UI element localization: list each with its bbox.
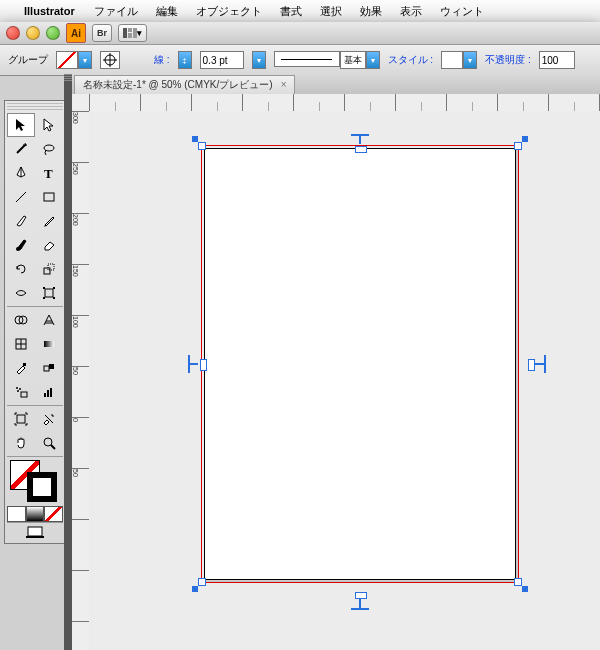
document-tab[interactable]: 名称未設定-1* @ 50% (CMYK/プレビュー) × xyxy=(74,75,295,94)
canvas[interactable] xyxy=(89,111,600,650)
slice-tool[interactable] xyxy=(35,407,63,431)
stroke-weight-dropdown[interactable]: ▾ xyxy=(252,51,266,69)
symbol-sprayer-tool[interactable] xyxy=(7,380,35,404)
direct-selection-tool[interactable] xyxy=(35,113,63,137)
graphic-style-dropdown[interactable]: ▾ xyxy=(463,51,477,69)
selection-type-label: グループ xyxy=(8,53,48,67)
magic-wand-tool[interactable] xyxy=(7,137,35,161)
width-tool[interactable] xyxy=(7,281,35,305)
handle-left-mid[interactable] xyxy=(188,355,192,373)
artboard-tool[interactable] xyxy=(7,407,35,431)
app-menu[interactable]: Illustrator xyxy=(14,5,85,17)
stroke-panel-link[interactable]: 線 : xyxy=(154,53,170,67)
reference-point-selector[interactable] xyxy=(100,51,120,69)
type-tool[interactable]: T xyxy=(35,161,63,185)
handle-bottom-mid[interactable] xyxy=(351,596,369,600)
handle-bottom-left[interactable] xyxy=(198,578,206,586)
color-mode-button[interactable] xyxy=(7,506,26,522)
close-window-button[interactable] xyxy=(6,26,20,40)
svg-point-33 xyxy=(17,390,19,392)
anchor-top-right[interactable] xyxy=(522,136,528,142)
svg-line-39 xyxy=(51,445,55,449)
gradient-tool[interactable] xyxy=(35,332,63,356)
menu-select[interactable]: 選択 xyxy=(311,4,351,19)
panel-collapse-strip[interactable] xyxy=(64,74,72,650)
document-tab-bar: 名称未設定-1* @ 50% (CMYK/プレビュー) × xyxy=(64,74,600,95)
pencil-tool[interactable] xyxy=(35,209,63,233)
line-segment-tool[interactable] xyxy=(7,185,35,209)
horizontal-ruler[interactable] xyxy=(89,94,600,112)
handle-right-mid[interactable] xyxy=(532,355,536,373)
grid-icon xyxy=(123,28,137,38)
shape-builder-tool[interactable] xyxy=(7,308,35,332)
screen-mode-button[interactable] xyxy=(7,522,63,541)
graphic-style-swatch[interactable] xyxy=(441,51,463,69)
svg-rect-30 xyxy=(21,392,27,397)
handle-top-mid[interactable] xyxy=(351,134,369,138)
pen-tool[interactable] xyxy=(7,161,35,185)
ruler-tick-label: 150 xyxy=(72,265,79,277)
anchor-bottom-left[interactable] xyxy=(192,586,198,592)
svg-rect-40 xyxy=(28,527,42,536)
ruler-tick-label: 50 xyxy=(72,469,79,477)
rotate-tool[interactable] xyxy=(7,257,35,281)
handle-bottom-right[interactable] xyxy=(514,578,522,586)
stroke-weight-stepper[interactable]: ‡ xyxy=(178,51,192,69)
opacity-field[interactable]: 100 xyxy=(539,51,575,69)
hand-tool[interactable] xyxy=(7,431,35,455)
selection-tool[interactable] xyxy=(7,113,35,137)
fill-dropdown[interactable]: ▾ xyxy=(78,51,92,69)
handle-top-left[interactable] xyxy=(198,142,206,150)
menu-window[interactable]: ウィント xyxy=(431,4,493,19)
close-tab-button[interactable]: × xyxy=(281,79,287,90)
minimize-window-button[interactable] xyxy=(26,26,40,40)
menu-type[interactable]: 書式 xyxy=(271,4,311,19)
panel-gripper[interactable] xyxy=(7,103,63,111)
svg-rect-0 xyxy=(123,28,127,38)
stroke-indicator[interactable] xyxy=(27,472,57,502)
mesh-tool[interactable] xyxy=(7,332,35,356)
anchor-top-left[interactable] xyxy=(192,136,198,142)
svg-rect-27 xyxy=(23,363,26,366)
blob-brush-tool[interactable] xyxy=(7,233,35,257)
gradient-mode-button[interactable] xyxy=(26,506,45,522)
menu-view[interactable]: 表示 xyxy=(391,4,431,19)
handle-top-right[interactable] xyxy=(514,142,522,150)
paintbrush-tool[interactable] xyxy=(7,209,35,233)
fill-stroke-indicator[interactable] xyxy=(7,458,63,504)
selection-bounding-box[interactable] xyxy=(201,145,519,583)
eyedropper-tool[interactable] xyxy=(7,356,35,380)
ai-app-icon: Ai xyxy=(66,23,86,43)
zoom-window-button[interactable] xyxy=(46,26,60,40)
arrange-documents-button[interactable]: ▾ xyxy=(118,24,147,42)
free-transform-tool[interactable] xyxy=(35,281,63,305)
stroke-profile-dropdown[interactable]: ▾ xyxy=(366,51,380,69)
menu-object[interactable]: オブジェクト xyxy=(187,4,271,19)
svg-rect-20 xyxy=(53,297,55,299)
zoom-tool[interactable] xyxy=(35,431,63,455)
ruler-origin-box[interactable] xyxy=(72,94,90,112)
blend-tool[interactable] xyxy=(35,356,63,380)
bridge-label: Br xyxy=(97,28,107,38)
stroke-profile-preview[interactable] xyxy=(274,51,340,67)
ruler-tick-label: 100 xyxy=(72,316,79,328)
anchor-bottom-right[interactable] xyxy=(522,586,528,592)
vertical-ruler[interactable]: 300 250 200 150 100 50 0 50 xyxy=(72,111,90,650)
ruler-tick-label: 300 xyxy=(72,112,79,124)
menu-file[interactable]: ファイル xyxy=(85,4,147,19)
perspective-grid-tool[interactable] xyxy=(35,308,63,332)
menu-edit[interactable]: 編集 xyxy=(147,4,187,19)
menu-effect[interactable]: 効果 xyxy=(351,4,391,19)
scale-tool[interactable] xyxy=(35,257,63,281)
rectangle-tool[interactable] xyxy=(35,185,63,209)
lasso-tool[interactable] xyxy=(35,137,63,161)
style-panel-link[interactable]: スタイル : xyxy=(388,53,434,67)
opacity-panel-link[interactable]: 不透明度 : xyxy=(485,53,531,67)
eraser-tool[interactable] xyxy=(35,233,63,257)
column-graph-tool[interactable] xyxy=(35,380,63,404)
stroke-weight-field[interactable]: 0.3 pt xyxy=(200,51,244,69)
none-mode-button[interactable] xyxy=(44,506,63,522)
bridge-button[interactable]: Br xyxy=(92,24,112,42)
fill-swatch[interactable] xyxy=(56,51,78,69)
color-mode-row xyxy=(7,506,63,522)
